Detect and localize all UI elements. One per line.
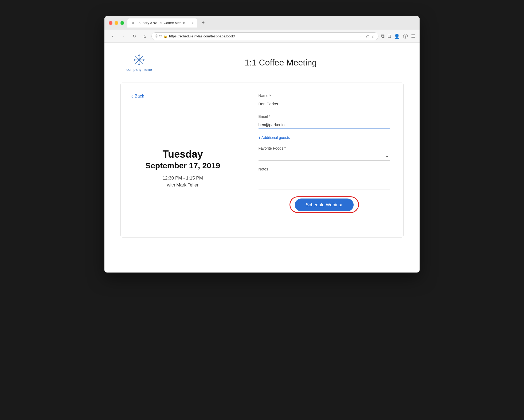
favorite-foods-select-wrapper: ▼ [259, 153, 390, 161]
home-button[interactable]: ⌂ [141, 32, 149, 40]
browser-window: 🗓 Foundry 376: 1:1 Coffee Meetin… × + ‹ … [104, 16, 420, 273]
right-panel: Name * Email * + Additional guests Favor… [245, 83, 403, 237]
shield-icon: 🛡 [159, 34, 162, 38]
name-input[interactable] [259, 100, 390, 108]
favorite-foods-label: Favorite Foods * [259, 146, 390, 150]
pocket-icon[interactable]: 🏷 [366, 34, 369, 38]
bookmark-icon[interactable]: ☆ [372, 34, 375, 38]
name-form-group: Name * [259, 94, 390, 108]
help-icon[interactable]: ⓘ [403, 33, 408, 40]
tab-title: Foundry 376: 1:1 Coffee Meetin… [136, 21, 189, 25]
email-form-group: Email * [259, 114, 390, 129]
account-icon[interactable]: 👤 [394, 33, 400, 39]
back-chevron-icon: ‹ [131, 94, 133, 99]
back-link[interactable]: ‹ Back [131, 94, 234, 99]
active-tab[interactable]: 🗓 Foundry 376: 1:1 Coffee Meetin… × [127, 18, 197, 28]
sidebar-icon[interactable]: □ [388, 33, 391, 39]
page-content: company name 1:1 Coffee Meeting ‹ Back T… [104, 43, 420, 273]
meeting-info: Tuesday September 17, 2019 12:30 PM - 1:… [131, 110, 234, 227]
page-header: company name 1:1 Coffee Meeting [120, 53, 404, 72]
close-traffic-light[interactable] [109, 21, 112, 25]
forward-button[interactable]: › [119, 32, 127, 40]
tab-favicon-icon: 🗓 [131, 21, 134, 25]
nav-bar: ‹ › ↻ ⌂ ⓘ 🛡 🔒 https://schedule.nylas.com… [104, 30, 420, 43]
company-name: company name [126, 67, 152, 72]
left-panel: ‹ Back Tuesday September 17, 2019 12:30 … [121, 83, 245, 237]
logo-area: company name [120, 53, 158, 72]
main-card: ‹ Back Tuesday September 17, 2019 12:30 … [120, 83, 404, 238]
notes-form-group: Notes [259, 167, 390, 190]
title-bar: 🗓 Foundry 376: 1:1 Coffee Meetin… × + [104, 16, 420, 30]
address-text[interactable]: https://schedule.nylas.com/test-page/boo… [169, 34, 359, 38]
name-label: Name * [259, 94, 390, 98]
maximize-traffic-light[interactable] [120, 21, 124, 25]
tab-bar: 🗓 Foundry 376: 1:1 Coffee Meetin… × + [127, 18, 415, 28]
refresh-button[interactable]: ↻ [130, 32, 138, 40]
info-icon: ⓘ [155, 34, 158, 38]
minimize-traffic-light[interactable] [115, 21, 118, 25]
schedule-btn-wrapper: Schedule Webinar [259, 199, 390, 211]
tab-close-icon[interactable]: × [192, 21, 194, 25]
traffic-lights [109, 21, 124, 25]
back-label: Back [135, 94, 144, 99]
favorite-foods-select[interactable] [259, 153, 390, 161]
svg-point-12 [138, 59, 140, 61]
page-title: 1:1 Coffee Meeting [158, 58, 404, 68]
add-guests-link[interactable]: + Additional guests [259, 135, 390, 140]
email-label: Email * [259, 114, 390, 119]
meeting-date: September 17, 2019 [145, 161, 220, 170]
meeting-with: with Mark Teller [167, 182, 198, 188]
meeting-day: Tuesday [163, 149, 203, 160]
address-action-icons: ··· 🏷 ☆ [360, 34, 375, 38]
schedule-webinar-button[interactable]: Schedule Webinar [295, 199, 354, 211]
page-title-area: 1:1 Coffee Meeting [158, 58, 404, 68]
notes-input[interactable] [259, 173, 390, 189]
more-icon[interactable]: ··· [360, 34, 363, 38]
address-bar[interactable]: ⓘ 🛡 🔒 https://schedule.nylas.com/test-pa… [151, 32, 378, 40]
security-icons: ⓘ 🛡 🔒 [155, 34, 167, 38]
back-button[interactable]: ‹ [109, 32, 117, 40]
lock-icon: 🔒 [163, 34, 167, 38]
favorite-foods-form-group: Favorite Foods * ▼ [259, 146, 390, 161]
meeting-time: 12:30 PM - 1:15 PM [163, 176, 203, 181]
menu-icon[interactable]: ☰ [411, 33, 415, 39]
nav-right-icons: ⧉ □ 👤 ⓘ ☰ [381, 33, 415, 40]
company-logo-icon [133, 53, 146, 66]
email-input[interactable] [259, 121, 390, 129]
reading-list-icon[interactable]: ⧉ [381, 33, 385, 39]
new-tab-button[interactable]: + [200, 19, 207, 27]
notes-label: Notes [259, 167, 390, 171]
